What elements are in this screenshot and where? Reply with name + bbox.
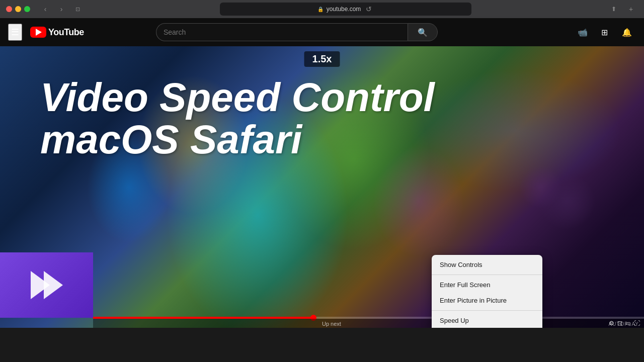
bell-icon: 🔔 — [622, 28, 632, 37]
forward-button[interactable]: › — [54, 4, 68, 15]
search-container: 🔍 — [156, 23, 438, 41]
grid-icon: ⊞ — [601, 28, 608, 37]
new-tab-button[interactable]: + — [624, 4, 638, 15]
search-icon: 🔍 — [418, 28, 428, 37]
address-bar[interactable]: 🔒 youtube.com ↺ — [220, 3, 471, 16]
back-button[interactable]: ‹ — [38, 4, 52, 15]
youtube-header: ☰ YouTube 🔍 📹 ⊞ 🔔 — [0, 18, 644, 46]
lock-icon: 🔒 — [317, 7, 324, 12]
tab-overview-button[interactable]: ⊡ — [70, 4, 85, 15]
grid-button[interactable]: ⊞ — [596, 23, 614, 41]
context-menu-show-controls[interactable]: Show Controls — [432, 257, 542, 273]
reload-button[interactable]: ↺ — [364, 5, 374, 13]
speed-indicator: 1.5x — [304, 51, 340, 67]
video-container[interactable]: 1.5x Video Speed Control macOS Safari — [0, 46, 644, 328]
camera-button[interactable]: 📹 — [574, 23, 592, 41]
context-menu-enter-pip[interactable]: Enter Picture in Picture — [432, 293, 542, 308]
search-button[interactable]: 🔍 — [408, 23, 438, 41]
bell-button[interactable]: 🔔 — [618, 23, 636, 41]
context-menu: Show Controls Enter Full Screen Enter Pi… — [432, 255, 542, 328]
browser-chrome: ‹ › ⊡ 🔒 youtube.com ↺ ⬆ + — [0, 0, 644, 18]
close-button[interactable] — [6, 6, 12, 12]
share-button[interactable]: ⬆ — [607, 4, 621, 15]
maximize-button[interactable] — [24, 6, 30, 12]
youtube-play-triangle — [36, 29, 42, 36]
minimize-button[interactable] — [15, 6, 21, 12]
autoplay-label: AUTOPLAY — [609, 321, 639, 327]
menu-icon[interactable]: ☰ — [8, 24, 22, 41]
camera-icon: 📹 — [578, 28, 588, 37]
youtube-logo-text: YouTube — [48, 27, 84, 38]
browser-actions: ⬆ + — [607, 4, 638, 15]
fast-forward-icon — [31, 271, 63, 299]
video-background — [0, 46, 644, 328]
url-text: youtube.com — [327, 6, 361, 13]
youtube-logo-icon — [30, 27, 46, 38]
context-menu-group-2: Enter Full Screen Enter Picture in Pictu… — [432, 275, 542, 310]
video-thumbnail — [0, 252, 93, 318]
youtube-logo[interactable]: YouTube — [30, 27, 84, 38]
up-next-label: Up next — [322, 321, 341, 327]
context-menu-enter-full-screen[interactable]: Enter Full Screen — [432, 277, 542, 293]
up-next-bar: Up next AUTOPLAY — [0, 319, 644, 328]
ff-triangle-2 — [44, 271, 63, 299]
nav-buttons: ‹ › ⊡ — [38, 4, 85, 15]
context-menu-group-3: Speed Up Slow Down Toggle Preferred Spee… — [432, 310, 542, 328]
traffic-lights — [6, 6, 30, 12]
search-input[interactable] — [156, 23, 408, 41]
context-menu-speed-up[interactable]: Speed Up — [432, 313, 542, 328]
header-actions: 📹 ⊞ 🔔 — [574, 23, 636, 41]
context-menu-group-1: Show Controls — [432, 255, 542, 275]
browser-titlebar: ‹ › ⊡ 🔒 youtube.com ↺ ⬆ + — [0, 0, 644, 18]
